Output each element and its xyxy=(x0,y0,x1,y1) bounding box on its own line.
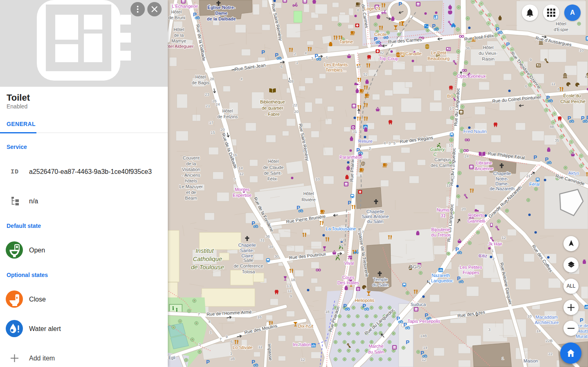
svg-text:Des Halles: Des Halles xyxy=(337,280,359,285)
svg-text:Suduca: Suduca xyxy=(410,302,426,307)
svg-text:hôtels: hôtels xyxy=(185,178,197,183)
svg-text:Couvent: Couvent xyxy=(183,155,200,160)
svg-text:Temple: Temple xyxy=(373,277,387,282)
svg-text:P: P xyxy=(206,359,210,365)
svg-text:13: 13 xyxy=(287,284,291,288)
svg-text:Dame: Dame xyxy=(215,11,228,16)
svg-text:P: P xyxy=(193,11,197,18)
svg-text:Heliopolis: Heliopolis xyxy=(355,298,374,303)
svg-text:30: 30 xyxy=(275,254,279,259)
svg-text:52: 52 xyxy=(363,72,368,77)
svg-text:8: 8 xyxy=(585,74,587,79)
svg-text:de Claude: de Claude xyxy=(263,165,284,170)
svg-text:de Bagis: de Bagis xyxy=(192,80,210,85)
svg-text:P: P xyxy=(506,41,510,47)
svg-text:Paranthèse: Paranthèse xyxy=(340,155,363,160)
svg-text:8: 8 xyxy=(357,8,359,12)
svg-text:1: 1 xyxy=(296,60,298,65)
svg-text:Reliure: Reliure xyxy=(358,139,373,144)
svg-text:9: 9 xyxy=(225,334,228,339)
svg-text:24: 24 xyxy=(464,154,469,158)
svg-text:8: 8 xyxy=(557,87,559,91)
svg-text:de-Nazareth: de-Nazareth xyxy=(490,186,515,191)
svg-text:35: 35 xyxy=(555,138,559,142)
svg-text:P: P xyxy=(252,359,255,365)
svg-text:2: 2 xyxy=(309,322,311,327)
svg-text:36: 36 xyxy=(466,46,470,50)
svg-text:4: 4 xyxy=(383,141,385,145)
svg-text:Frappes: Frappes xyxy=(463,270,480,275)
svg-text:Visitation: Visitation xyxy=(182,167,200,172)
svg-text:28: 28 xyxy=(210,77,214,81)
svg-text:P: P xyxy=(580,317,583,323)
svg-text:21: 21 xyxy=(206,104,210,108)
svg-text:El Canaille: El Canaille xyxy=(400,51,422,56)
svg-text:34: 34 xyxy=(269,244,273,249)
svg-text:Campus: Campus xyxy=(435,157,451,162)
svg-text:P: P xyxy=(581,115,585,121)
svg-text:14B: 14B xyxy=(420,333,427,338)
svg-text:47: 47 xyxy=(357,65,361,69)
svg-text:du Vieux-: du Vieux- xyxy=(479,51,498,56)
svg-text:P: P xyxy=(356,147,360,153)
svg-text:Aktys: Aktys xyxy=(568,171,579,176)
svg-text:11: 11 xyxy=(551,81,555,86)
svg-text:P: P xyxy=(496,26,500,32)
svg-text:P: P xyxy=(399,1,402,7)
svg-text:11: 11 xyxy=(258,344,262,349)
svg-text:14: 14 xyxy=(239,166,243,170)
svg-text:Murats: Murats xyxy=(576,334,588,339)
svg-text:Église Notre-: Église Notre- xyxy=(207,5,235,10)
svg-text:de quartier: de quartier xyxy=(262,106,284,110)
svg-text:2: 2 xyxy=(369,146,371,151)
svg-text:23: 23 xyxy=(205,92,210,97)
svg-text:4: 4 xyxy=(208,319,210,324)
svg-text:10: 10 xyxy=(579,48,584,52)
svg-text:31: 31 xyxy=(260,238,265,242)
svg-text:Roberto: Roberto xyxy=(468,213,484,218)
svg-text:3: 3 xyxy=(488,327,490,332)
svg-text:Cours: Cours xyxy=(342,275,354,280)
svg-text:Lo Stivale: Lo Stivale xyxy=(233,345,252,350)
svg-text:20: 20 xyxy=(462,207,466,211)
svg-text:AGIS: AGIS xyxy=(410,264,421,269)
svg-text:2: 2 xyxy=(492,257,494,261)
svg-text:de Conférence: de Conférence xyxy=(234,263,263,268)
svg-text:18: 18 xyxy=(291,277,295,282)
svg-text:31: 31 xyxy=(353,129,357,134)
svg-text:9: 9 xyxy=(341,243,343,248)
svg-text:Le Mazuyer: Le Mazuyer xyxy=(179,184,203,189)
svg-text:P: P xyxy=(425,312,428,318)
svg-text:6: 6 xyxy=(230,339,232,344)
svg-text:11: 11 xyxy=(340,237,344,242)
svg-text:Loge 24: Loge 24 xyxy=(364,6,381,11)
svg-text:21: 21 xyxy=(526,173,531,178)
svg-text:10: 10 xyxy=(527,314,532,318)
svg-text:- Languedoc: - Languedoc xyxy=(428,278,453,283)
svg-text:Bijouterie: Bijouterie xyxy=(431,227,450,232)
svg-text:@: @ xyxy=(361,161,365,166)
svg-text:14: 14 xyxy=(536,329,541,333)
svg-text:de la Dalbade: de la Dalbade xyxy=(207,16,236,21)
svg-text:de la: de la xyxy=(186,161,196,166)
svg-text:Saint-Antoine: Saint-Antoine xyxy=(362,214,389,219)
svg-text:24: 24 xyxy=(216,102,220,106)
svg-text:Macaddam: Macaddam xyxy=(536,315,558,320)
svg-text:P: P xyxy=(348,200,351,206)
svg-text:4: 4 xyxy=(304,51,306,55)
svg-text:7: 7 xyxy=(219,337,221,341)
svg-text:du Trésor: du Trésor xyxy=(431,232,451,237)
svg-text:de Bruni: de Bruni xyxy=(169,15,185,20)
svg-text:3: 3 xyxy=(198,342,201,347)
svg-text:Béarn: Béarn xyxy=(185,196,197,200)
svg-text:École du: École du xyxy=(563,93,581,98)
svg-text:Ancienne: Ancienne xyxy=(475,166,493,171)
svg-text:Chapelle: Chapelle xyxy=(238,243,256,248)
svg-text:11: 11 xyxy=(446,183,451,187)
svg-text:Féral: Féral xyxy=(529,182,539,187)
svg-text:ID: ID xyxy=(11,169,19,176)
svg-text:Librairie: Librairie xyxy=(476,160,492,165)
svg-text:P: P xyxy=(315,53,318,59)
svg-text:Hôtel: Hôtel xyxy=(171,9,182,14)
svg-text:18: 18 xyxy=(325,309,330,314)
